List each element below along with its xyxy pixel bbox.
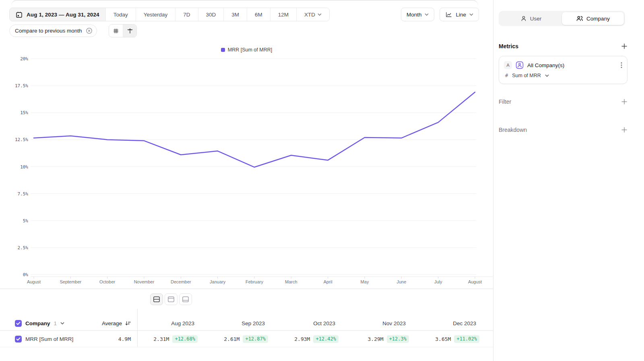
y-axis-tick: 0% [23,272,29,277]
chevron-down-icon [545,74,549,77]
kebab-menu-icon[interactable] [621,62,622,68]
metric-card[interactable]: A All Company(s) # Sum of MRR [499,56,627,84]
month-column-headers: Aug 2023Sep 2023Oct 2023Nov 2023Dec 2023 [137,316,493,330]
compare-chip[interactable]: Compare to previous month [9,25,97,37]
group-by-label: Company [25,320,50,326]
month-value-cell: 2.93M+12.42% [278,331,349,347]
preset-12m-button[interactable]: 12M [270,8,296,21]
layout-toggles [150,293,192,305]
gridlines-toggle[interactable] [109,25,123,37]
config-sidebar: User Company Metrics A [493,0,644,361]
series-row-label: MRR [Sum of MRR] [25,336,73,342]
preset-3m-button[interactable]: 3M [223,8,247,21]
layout-chart-only-button[interactable] [165,293,178,305]
x-axis-tick: July [434,279,442,284]
delta-badge: +12.68% [172,335,198,343]
table-header: Company 1 Average Aug 2023Sep 2023Oct 20… [0,316,493,330]
tab-user[interactable]: User [500,12,562,25]
aggregation-value: Sum of MRR [512,73,541,78]
mrr-series-line [34,92,475,167]
select-all-checkbox[interactable] [15,320,22,327]
x-axis-tick: September [60,279,81,284]
table-row[interactable]: MRR [Sum of MRR] 4.9M 2.31M+12.68%2.61M+… [0,330,493,347]
sort-icon[interactable] [125,320,131,326]
mrr-value: 3.29M [368,336,384,342]
y-axis-tick: 15% [20,110,28,115]
preset-7d-button[interactable]: 7D [175,8,198,21]
mrr-value: 2.31M [153,336,169,342]
layout-split-button[interactable] [150,293,163,305]
date-range-value: Aug 1, 2023 — Aug 31, 2024 [27,12,99,18]
x-axis-tick: May [361,279,369,284]
legend-swatch [221,48,225,52]
filter-label: Filter [499,98,511,105]
preset-6m-button[interactable]: 6M [247,8,270,21]
y-axis-tick: 12.5% [15,137,28,142]
row-checkbox[interactable] [15,336,22,343]
chevron-down-icon [425,13,429,16]
goal-line-toggle[interactable] [123,25,136,37]
tab-company-label: Company [586,16,610,22]
x-axis-tick: April [324,279,332,284]
layout-split-icon [153,296,160,302]
preset-yesterday-button[interactable]: Yesterday [136,8,175,21]
user-icon [520,15,527,22]
add-metric-icon[interactable] [621,43,627,49]
compare-chip-label: Compare to previous month [15,28,82,34]
month-value-cells: 2.31M+12.68%2.61M+12.87%2.93M+12.42%3.29… [137,331,493,347]
breakdown-label: Breakdown [499,127,527,133]
month-header: Sep 2023 [208,316,278,330]
series-average-value: 4.9M [118,336,131,342]
x-axis-tick: August [468,279,482,284]
chart-legend: MRR [Sum of MRR] [0,47,493,53]
preset-today-button[interactable]: Today [105,8,136,21]
aggregation-row[interactable]: # Sum of MRR [504,73,622,78]
breakdown-section: Breakdown [499,127,627,133]
chevron-down-icon [469,13,473,16]
chart-controls: Month Line [401,8,479,21]
remove-compare-icon[interactable] [86,27,93,34]
y-axis-tick: 20% [20,56,28,62]
y-axis-tick: 2.5% [18,245,29,250]
delta-badge: +12.3% [387,335,409,343]
delta-badge: +12.87% [243,335,268,343]
x-axis-tick: October [99,279,115,284]
month-value-cell: 2.61M+12.87% [208,331,278,347]
x-axis-tick: November [134,279,155,284]
check-icon [16,322,21,325]
granularity-dropdown[interactable]: Month [401,8,435,21]
granularity-value: Month [407,12,422,18]
mrr-line-chart[interactable]: 20%17.5%15%12.5%10%7.5%5%2.5%0%AugustSep… [0,56,493,287]
delta-badge: +12.42% [313,335,339,343]
table-header-left: Company 1 Average [0,316,137,330]
entity-tabs: User Company [499,11,625,26]
y-axis-tick: 10% [20,164,28,170]
add-breakdown-icon[interactable] [621,127,627,133]
x-axis-tick: February [246,279,264,284]
preset-buttons: TodayYesterday7D30D3M6M12M [105,8,296,21]
tab-company[interactable]: Company [562,12,624,25]
metric-series-badge: A [504,61,512,69]
average-column-header: Average [102,320,122,326]
chevron-down-icon[interactable] [60,322,64,324]
table-row-left: MRR [Sum of MRR] 4.9M [0,331,137,347]
y-axis-tick: 5% [23,218,29,224]
metric-card-row: A All Company(s) [504,61,622,69]
company-metric-icon [516,61,524,69]
date-range-button[interactable]: Aug 1, 2023 — Aug 31, 2024 [10,8,105,21]
preset-30d-button[interactable]: 30D [198,8,224,21]
add-filter-icon[interactable] [621,98,627,105]
chart-type-dropdown[interactable]: Line [440,8,479,21]
grid-icon [113,28,119,34]
delta-badge: +11.02% [454,335,479,343]
preset-xtd-button[interactable]: XTD [296,8,329,21]
metric-name: All Company(s) [527,62,564,68]
month-header: Nov 2023 [349,316,419,330]
app-window: Aug 1, 2023 — Aug 31, 2024 TodayYesterda… [0,0,644,361]
mrr-value: 2.61M [224,336,239,342]
arrow-up-line-icon [127,28,133,34]
chart-option-toggles [109,24,137,37]
layout-bottom-icon [182,296,189,302]
layout-table-only-button[interactable] [179,293,192,305]
date-range-toolbar: Aug 1, 2023 — Aug 31, 2024 TodayYesterda… [9,8,330,21]
